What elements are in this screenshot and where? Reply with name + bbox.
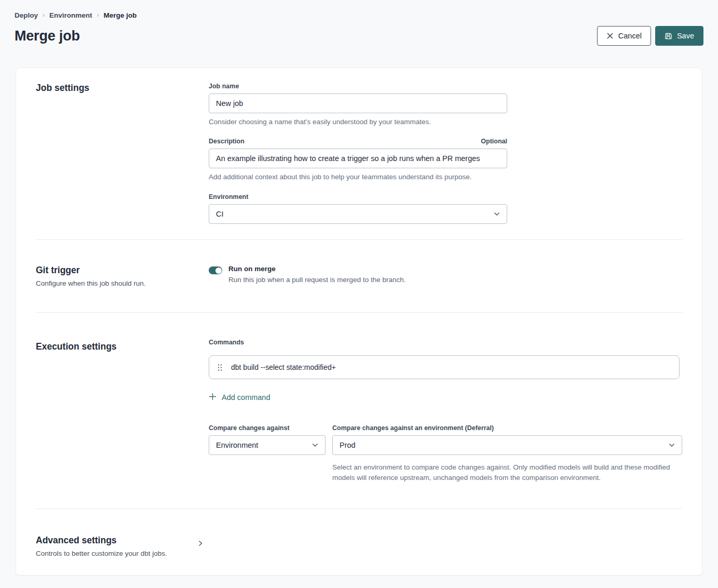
save-icon bbox=[665, 32, 672, 40]
plus-icon bbox=[209, 393, 216, 402]
chevron-down-icon bbox=[494, 212, 500, 216]
toggle-knob bbox=[215, 268, 222, 274]
section-advanced-settings[interactable]: Advanced settings Controls to better cus… bbox=[36, 509, 682, 578]
commands-label: Commands bbox=[209, 339, 682, 346]
environment-label: Environment bbox=[209, 193, 682, 201]
description-label: Description bbox=[209, 138, 245, 145]
add-command-label: Add command bbox=[222, 393, 270, 402]
section-job-settings: Job settings Job name Consider choosing … bbox=[36, 68, 682, 239]
deferral-select-value: Prod bbox=[340, 441, 356, 449]
breadcrumb-merge-job: Merge job bbox=[104, 11, 137, 19]
section-git-trigger: Git trigger Configure when this job shou… bbox=[36, 240, 682, 312]
deferral-helper: Select an environment to compare code ch… bbox=[332, 462, 675, 484]
breadcrumb-separator-icon: › bbox=[97, 11, 99, 19]
add-command-button[interactable]: Add command bbox=[209, 393, 270, 402]
deferral-select[interactable]: Prod bbox=[332, 435, 682, 455]
description-input[interactable] bbox=[209, 149, 507, 168]
drag-handle-icon[interactable] bbox=[218, 364, 222, 371]
job-name-input[interactable] bbox=[209, 93, 507, 113]
breadcrumb-separator-icon: › bbox=[43, 11, 45, 19]
run-on-merge-toggle[interactable] bbox=[209, 266, 222, 274]
section-execution-settings: Execution settings Commands dbt build --… bbox=[36, 313, 682, 509]
job-settings-heading: Job settings bbox=[36, 83, 209, 93]
breadcrumb: Deploy › Environment › Merge job bbox=[15, 11, 703, 19]
git-trigger-heading: Git trigger bbox=[36, 265, 209, 276]
git-trigger-subheading: Configure when this job should run. bbox=[36, 279, 209, 287]
run-on-merge-description: Run this job when a pull request is merg… bbox=[228, 276, 405, 284]
save-button-label: Save bbox=[677, 32, 694, 40]
execution-settings-heading: Execution settings bbox=[36, 341, 209, 352]
description-helper: Add additional context about this job to… bbox=[209, 173, 507, 181]
close-icon bbox=[606, 32, 614, 39]
description-optional-badge: Optional bbox=[481, 138, 507, 145]
deferral-label: Compare changes against an environment (… bbox=[332, 424, 682, 432]
compare-against-select[interactable]: Environment bbox=[209, 435, 326, 455]
job-form-card: Job settings Job name Consider choosing … bbox=[16, 68, 702, 576]
chevron-right-icon[interactable] bbox=[198, 540, 202, 546]
advanced-settings-heading: Advanced settings bbox=[36, 535, 209, 546]
advanced-settings-subheading: Controls to better customize your dbt jo… bbox=[36, 550, 209, 557]
run-on-merge-label: Run on merge bbox=[228, 265, 405, 273]
command-input[interactable]: dbt build --select state:modified+ bbox=[231, 363, 336, 371]
compare-against-label: Compare changes against bbox=[209, 424, 326, 432]
header-actions: Cancel Save bbox=[597, 26, 703, 46]
job-name-helper: Consider choosing a name that's easily u… bbox=[209, 118, 507, 126]
chevron-down-icon bbox=[312, 443, 318, 447]
cancel-button[interactable]: Cancel bbox=[597, 26, 651, 46]
chevron-down-icon bbox=[669, 443, 675, 447]
save-button[interactable]: Save bbox=[655, 26, 703, 46]
compare-against-select-value: Environment bbox=[216, 441, 258, 449]
command-row: dbt build --select state:modified+ bbox=[209, 355, 680, 379]
page-title: Merge job bbox=[15, 28, 80, 44]
breadcrumb-deploy[interactable]: Deploy bbox=[15, 11, 38, 19]
breadcrumb-environment[interactable]: Environment bbox=[49, 11, 92, 19]
page-header: Deploy › Environment › Merge job Merge j… bbox=[0, 0, 718, 46]
cancel-button-label: Cancel bbox=[618, 32, 642, 40]
environment-select[interactable]: CI bbox=[209, 204, 507, 224]
environment-select-value: CI bbox=[216, 210, 224, 218]
job-name-label: Job name bbox=[209, 83, 682, 90]
